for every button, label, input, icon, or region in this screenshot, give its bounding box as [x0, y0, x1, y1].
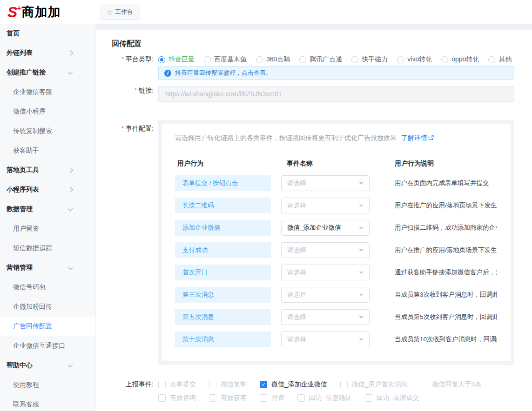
- chevron-down-icon: [359, 249, 364, 254]
- sidebar-item[interactable]: 数据管理: [0, 199, 95, 219]
- sidebar-item[interactable]: 企业微信互通接口: [0, 336, 95, 356]
- platform-radio-option[interactable]: 腾讯广点通: [299, 55, 342, 64]
- header: S+ 商加加 ⌂ 工作台: [0, 0, 532, 24]
- chevron-icon: [67, 362, 73, 367]
- home-icon: ⌂: [108, 8, 112, 15]
- event-select-value: 请选择: [287, 201, 359, 210]
- sidebar-item[interactable]: 用户留资: [0, 219, 95, 239]
- sidebar-item[interactable]: 落地页工具: [0, 160, 95, 180]
- event-select[interactable]: 请选择: [281, 287, 370, 303]
- sidebar-item[interactable]: 微信小程序: [0, 102, 95, 121]
- sidebar-item-label: 帮助中心: [7, 361, 68, 370]
- sidebar-item-label: 营销管理: [7, 264, 68, 272]
- info-icon: i: [164, 70, 171, 77]
- event-row: 第五次消息 请选择 当成员第5次收到客户消息时，回调此事...: [175, 309, 497, 325]
- behavior-chip-label: 第三次消息: [182, 291, 214, 299]
- sidebar-item[interactable]: 企微加粉回传: [0, 297, 95, 317]
- report-checkbox[interactable]: 有效获客: [209, 394, 247, 402]
- chevron-down-icon: [359, 316, 364, 321]
- sidebar-item[interactable]: 短信数据追踪: [0, 239, 95, 258]
- sidebar-item[interactable]: 外链列表: [0, 43, 95, 63]
- sidebar-item[interactable]: 联系客服: [0, 395, 95, 411]
- checkbox-icon: [158, 394, 166, 402]
- sidebar-item-label: 微信号码包: [13, 283, 72, 292]
- behavior-description: 用户在推广的应用/落地页场景下发生的...: [395, 201, 497, 210]
- platform-radio-option[interactable]: 360点睛: [256, 55, 290, 64]
- event-select[interactable]: 微信_添加企业微信: [281, 220, 370, 236]
- radio-label: oppo转化: [451, 55, 479, 64]
- info-banner: i 抖音巨量回传配置教程，点击查看。: [158, 66, 514, 80]
- sidebar-item-label: 小程序列表: [7, 186, 68, 194]
- behavior-chip[interactable]: 首次开口: [175, 265, 271, 280]
- behavior-chip[interactable]: 第五次消息: [175, 309, 271, 325]
- main-content: 回传配置 平台类型: 抖音巨量 百度基木鱼: [96, 24, 532, 411]
- chevron-down-icon: [359, 182, 364, 187]
- events-table-body: 表单提交 / 按钮点击 请选择 用户在页面内完成表单填写并提交: [175, 175, 497, 347]
- event-select[interactable]: 请选择: [281, 242, 370, 258]
- platform-radio-option[interactable]: oppo转化: [441, 55, 479, 64]
- behavior-chip[interactable]: 长按二维码: [175, 198, 271, 213]
- sidebar-item[interactable]: 传统复制搜索: [0, 121, 95, 141]
- event-select[interactable]: 请选择: [281, 175, 370, 191]
- checkbox-label: 表单提交: [170, 380, 196, 389]
- report-checkbox[interactable]: 微信_用户首次消息: [340, 380, 408, 389]
- sidebar-item[interactable]: 首页: [0, 24, 95, 43]
- events-card: 请选择用户转化链路上的各类事件，按链路回传将更有利于优化广告投放效果 了解详情 …: [162, 124, 511, 361]
- report-checkbox[interactable]: 付费: [260, 394, 284, 402]
- behavior-chip[interactable]: 表单提交 / 按钮点击: [175, 175, 271, 191]
- behavior-description: 用户在页面内完成表单填写并提交: [395, 179, 497, 187]
- sidebar-item-label: 创建推广链接: [7, 68, 68, 77]
- checkbox-icon: [158, 381, 166, 388]
- tutorial-link[interactable]: 抖音巨量回传配置教程，点击查看。: [175, 69, 272, 77]
- sidebar-item[interactable]: 微信号码包: [0, 278, 95, 297]
- checkbox-label: 付费: [271, 394, 284, 402]
- tab-workbench[interactable]: ⌂ 工作台: [101, 5, 140, 20]
- report-checkbox[interactable]: 回访_高潜成交: [365, 394, 419, 402]
- sidebar-item[interactable]: 帮助中心: [0, 356, 95, 375]
- report-checkbox[interactable]: 表单提交: [158, 380, 196, 389]
- checkbox-icon: [421, 381, 428, 388]
- tab-workbench-label: 工作台: [115, 8, 133, 16]
- report-checkbox[interactable]: 微信_添加企业微信: [260, 380, 327, 389]
- report-checkbox[interactable]: 微信回复大于3条: [421, 380, 482, 389]
- platform-radio-option[interactable]: vivo转化: [397, 55, 432, 64]
- sidebar-item[interactable]: 广告回传配置: [0, 317, 95, 336]
- behavior-description: 用户在推广的应用/落地页场景下发生交...: [395, 246, 497, 254]
- chevron-icon: [67, 69, 73, 74]
- behavior-chip-label: 添加企业微信: [182, 224, 220, 232]
- event-select[interactable]: 请选择: [281, 198, 370, 213]
- chevron-icon: [67, 265, 73, 270]
- platform-radio-option[interactable]: 快手磁力: [351, 55, 388, 64]
- event-select[interactable]: 请选择: [281, 265, 370, 280]
- platform-radio-option[interactable]: 其他: [488, 55, 512, 64]
- report-checkbox[interactable]: 有效咨询: [158, 394, 196, 402]
- sidebar-item[interactable]: 营销管理: [0, 258, 95, 278]
- radio-icon: [441, 56, 448, 63]
- platform-radio-option[interactable]: 百度基木鱼: [204, 55, 247, 64]
- learn-more-link[interactable]: 了解详情: [401, 134, 434, 141]
- report-label: 上报事件:: [112, 380, 154, 389]
- events-intro: 请选择用户转化链路上的各类事件，按链路回传将更有利于优化广告投放效果 了解详情: [175, 134, 497, 143]
- behavior-chip[interactable]: 第三次消息: [175, 287, 271, 303]
- radio-icon: [256, 56, 263, 63]
- behavior-chip[interactable]: 支付成功: [175, 242, 271, 258]
- behavior-chip[interactable]: 添加企业微信: [175, 220, 271, 236]
- platform-radio-option[interactable]: 抖音巨量: [158, 55, 195, 64]
- report-checkbox[interactable]: 回访_信息确认: [297, 394, 352, 402]
- report-checkbox[interactable]: 微信复制: [209, 380, 247, 389]
- sidebar-item[interactable]: 企业微信客服: [0, 82, 95, 102]
- radio-label: 快手磁力: [362, 55, 388, 64]
- behavior-chip-label: 表单提交 / 按钮点击: [182, 179, 238, 187]
- sidebar-item[interactable]: 小程序列表: [0, 180, 95, 199]
- behavior-chip[interactable]: 第十次消息: [175, 331, 271, 347]
- event-select[interactable]: 请选择: [281, 309, 370, 325]
- event-row: 表单提交 / 按钮点击 请选择 用户在页面内完成表单填写并提交: [175, 175, 497, 191]
- sidebar-item[interactable]: 使用教程: [0, 375, 95, 395]
- page-title: 回传配置: [112, 39, 514, 49]
- chevron-down-icon: [359, 227, 364, 232]
- link-row: 链接:: [112, 86, 514, 102]
- sidebar-item[interactable]: 创建推广链接: [0, 63, 95, 82]
- event-select[interactable]: 请选择: [281, 331, 370, 347]
- sidebar-item[interactable]: 获客助手: [0, 141, 95, 160]
- link-input[interactable]: [158, 86, 514, 102]
